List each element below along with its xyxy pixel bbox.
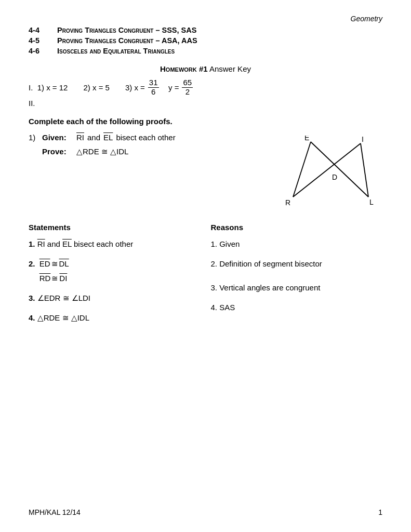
stmt-and-1: and — [47, 240, 62, 248]
svg-line-2 — [293, 142, 311, 197]
geometry-label: Geometry — [351, 15, 382, 23]
seg-DL: DL — [59, 258, 69, 270]
given-seg2: EL — [103, 133, 113, 142]
stmt-num-3: 3. — [29, 294, 35, 302]
svg-line-1 — [293, 143, 361, 197]
problems-section: I. 1) x = 12 2) x = 5 3) x = 31 6 y = 65… — [29, 78, 382, 108]
footer-left: MPH/KAL 12/14 — [29, 508, 81, 516]
reasons-header: Reasons — [211, 223, 383, 232]
stmt-seg-ri: RI — [37, 240, 45, 248]
stmt-row-2: 2. ED ≅ DL RD ≅ DI — [29, 258, 201, 285]
stmt-angles: ∠EDR ≅ ∠LDI — [37, 294, 90, 302]
reason-1: 1. Given — [211, 240, 240, 248]
seg-ED: ED — [39, 258, 50, 270]
given-line: 1) Given: RI and EL bisect each other — [29, 133, 263, 142]
problem-i: I. 1) x = 12 2) x = 5 3) x = 31 6 y = 65… — [29, 78, 382, 96]
footer-right: 1 — [378, 508, 382, 516]
stmt-num-4: 4. — [29, 313, 35, 322]
fraction-65-2: 65 2 — [182, 78, 193, 96]
cong-1: ≅ — [51, 258, 58, 270]
header-num-44: 4-4 — [29, 26, 57, 34]
complete-proofs-label: Complete each of the following proofs. — [29, 117, 382, 126]
cong-2: ≅ — [51, 272, 58, 285]
geometry-diagram: E I D R L — [268, 136, 382, 218]
page: Geometry 4-4 Proving Triangles Congruent… — [0, 0, 411, 532]
statements-header: Statements — [29, 223, 201, 232]
given-rest: bisect each other — [116, 133, 175, 142]
header-num-45: 4-5 — [29, 36, 57, 45]
stmt-reasons-container: Statements 1. RI and EL bisect each othe… — [29, 223, 382, 331]
reason-row-2: 2. Definition of segment bisector — [211, 258, 383, 270]
part-3: 3) x = 31 6 y = 65 2 — [125, 78, 194, 96]
header-num-46: 4-6 — [29, 47, 57, 55]
stmt-row-1: 1. RI and EL bisect each other — [29, 238, 201, 250]
roman-ii: II. — [29, 99, 382, 108]
reason-row-1: 1. Given — [211, 238, 383, 250]
svg-line-3 — [361, 143, 368, 197]
stmt-row-3: 3. ∠EDR ≅ ∠LDI — [29, 292, 201, 304]
stmt-num-1: 1. — [29, 240, 35, 248]
header-title-45: Proving Triangles Congruent – ASA, AAS — [57, 36, 197, 45]
stmt-num-2: 2. — [29, 259, 35, 268]
proof1-left: 1) Given: RI and EL bisect each other Pr… — [29, 133, 263, 218]
reason-row-4: 4. SAS — [211, 301, 383, 314]
svg-line-0 — [311, 142, 368, 197]
stmt-triangles: △RDE ≅ △IDL — [37, 313, 89, 322]
part-2: 2) x = 5 — [83, 83, 109, 92]
header-section: 4-4 Proving Triangles Congruent – SSS, S… — [29, 26, 382, 55]
proof1-section: 1) Given: RI and EL bisect each other Pr… — [29, 133, 382, 218]
given-label: Given: — [42, 133, 73, 142]
header-title-46: Isosceles and Equilateral Triangles — [57, 47, 175, 55]
header-row-46: 4-6 Isosceles and Equilateral Triangles — [29, 47, 382, 55]
diagram-svg: E I D R L — [268, 136, 377, 216]
prove-text: △RDE ≅ △IDL — [76, 147, 128, 156]
prove-label: Prove: — [42, 147, 73, 156]
header-title-44: Proving Triangles Congruent – SSS, SAS — [57, 26, 196, 34]
header-row-45: 4-5 Proving Triangles Congruent – ASA, A… — [29, 36, 382, 45]
reason-4: 4. SAS — [211, 303, 235, 312]
stmt-ed: ED ≅ DL RD ≅ DI — [39, 258, 69, 285]
label-I: I — [362, 136, 364, 143]
seg-RD: RD — [39, 272, 51, 285]
label-R: R — [285, 198, 290, 207]
reason-row-3: 3. Vertical angles are congruent — [211, 282, 383, 294]
hw-subtitle: Answer Key — [209, 64, 251, 73]
label-L: L — [369, 198, 374, 206]
fraction-31-6: 31 6 — [148, 78, 159, 96]
homework-title: Homework #1 Answer Key — [29, 64, 382, 73]
given-seg1: RI — [76, 133, 84, 142]
stmt-bisect: bisect each other — [74, 240, 133, 248]
label-D: D — [332, 173, 337, 181]
hw-label: Homework #1 — [160, 64, 208, 73]
given-and: and — [87, 133, 100, 142]
stmt-seg-el: EL — [62, 240, 72, 248]
prove-line: Prove: △RDE ≅ △IDL — [29, 147, 263, 156]
reasons-column: Reasons 1. Given 2. Definition of segmen… — [211, 223, 383, 331]
roman-i: I. 1) x = 12 — [29, 83, 68, 92]
reason-2: 2. Definition of segment bisector — [211, 259, 322, 268]
reason-3: 3. Vertical angles are congruent — [211, 283, 321, 292]
header-row-44: 4-4 Proving Triangles Congruent – SSS, S… — [29, 26, 382, 34]
seg-DI: DI — [59, 272, 67, 285]
statements-column: Statements 1. RI and EL bisect each othe… — [29, 223, 211, 331]
footer: MPH/KAL 12/14 1 — [29, 508, 382, 516]
label-E: E — [304, 136, 309, 142]
stmt-row-4: 4. △RDE ≅ △IDL — [29, 312, 201, 324]
proof-number: 1) — [29, 133, 39, 142]
